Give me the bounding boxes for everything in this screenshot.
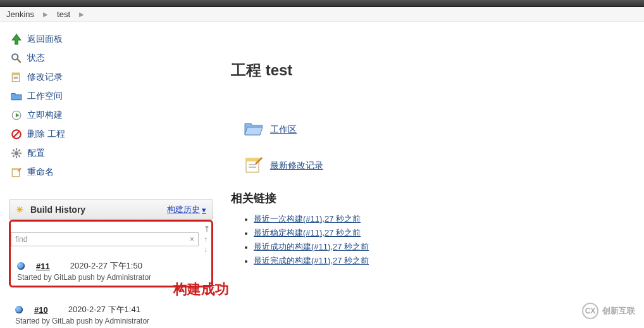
svg-point-9 (15, 151, 19, 156)
svg-rect-19 (12, 168, 19, 170)
sidebar-item-workspace[interactable]: 工作空间 (9, 87, 213, 106)
sidebar-item-label[interactable]: 重命名 (27, 167, 54, 178)
folder-icon (11, 91, 22, 102)
recent-changes-row: 最新修改记录 (244, 155, 644, 177)
sidebar-item-label[interactable]: 工作空间 (27, 91, 63, 102)
trend-icon: ▾ (202, 205, 206, 215)
breadcrumb-root[interactable]: Jenkins (6, 9, 34, 19)
sidebar-item-configure[interactable]: 配置 (9, 144, 213, 163)
sidebar-item-build-now[interactable]: 立即构建 (9, 106, 213, 125)
build-started-by: Started by GitLab push by Administrator (9, 317, 213, 328)
list-item: 最近成功的构建(#11),27 秒之前 (254, 241, 644, 253)
list-item: 最近一次构建(#11),27 秒之前 (254, 213, 644, 225)
highlight-box: find × ⤒ ↑ ↓ #11 2020-2-27 下午1:50 (9, 220, 213, 287)
list-item: 最近完成的构建(#11),27 秒之前 (254, 255, 644, 267)
arrow-down-icon[interactable]: ↓ (204, 245, 210, 254)
build-history-panel: ☀ Build History 构建历史 ▾ find × ⤒ ↑ (9, 199, 213, 328)
chevron-right-icon: ▶ (43, 11, 48, 18)
sidebar-item-label[interactable]: 删除 工程 (27, 129, 65, 140)
recent-changes-link[interactable]: 最新修改记录 (270, 160, 323, 172)
build-time: 2020-2-27 下午1:50 (70, 260, 142, 272)
build-history-header: ☀ Build History 构建历史 ▾ (9, 199, 213, 220)
svg-point-0 (12, 54, 18, 60)
related-links-heading: 相关链接 (231, 191, 644, 206)
clear-icon[interactable]: × (190, 235, 194, 244)
related-link[interactable]: 最近一次构建(#11),27 秒之前 (254, 214, 361, 224)
sidebar-item-status[interactable]: 状态 (9, 49, 213, 68)
list-item: 最近稳定构建(#11),27 秒之前 (254, 227, 644, 239)
build-find-input[interactable]: find × (11, 232, 199, 246)
build-time: 2020-2-27 下午1:41 (68, 304, 140, 315)
arrow-up-icon[interactable]: ↑ (204, 235, 210, 244)
gear-icon (11, 148, 22, 159)
build-trend-link[interactable]: 构建历史 ▾ (167, 204, 206, 215)
arrow-top-icon[interactable]: ⤒ (204, 225, 210, 234)
svg-rect-21 (246, 158, 259, 161)
sidebar: 返回面板 状态 修改记录 工作空间 立即构建 (0, 22, 218, 328)
sidebar-item-label[interactable]: 状态 (27, 53, 45, 64)
status-orb-blue-icon (17, 262, 25, 270)
svg-line-14 (13, 149, 14, 151)
sidebar-item-label[interactable]: 立即构建 (27, 110, 63, 121)
breadcrumb-project[interactable]: test (57, 9, 70, 19)
folder-open-icon (244, 118, 264, 141)
magnifier-icon (11, 53, 22, 64)
breadcrumb: Jenkins ▶ test ▶ (0, 7, 644, 22)
watermark: CX 创新互联 (582, 303, 635, 319)
delete-icon (11, 129, 22, 140)
rename-icon (11, 167, 22, 178)
notepad-icon (11, 72, 22, 83)
svg-line-8 (14, 132, 20, 137)
sidebar-item-rename[interactable]: 重命名 (9, 163, 213, 182)
up-arrow-icon (11, 34, 22, 45)
build-number-link[interactable]: #11 (36, 262, 50, 271)
chevron-right-icon: ▶ (79, 11, 84, 18)
sidebar-item-back[interactable]: 返回面板 (9, 30, 213, 49)
related-links-list: 最近一次构建(#11),27 秒之前 最近稳定构建(#11),27 秒之前 最近… (254, 213, 644, 267)
related-link[interactable]: 最近稳定构建(#11),27 秒之前 (254, 228, 361, 237)
sidebar-item-label[interactable]: 返回面板 (27, 34, 63, 45)
top-bar (0, 0, 644, 7)
workspace-link[interactable]: 工作区 (270, 124, 297, 136)
svg-rect-3 (12, 73, 19, 75)
svg-line-17 (18, 149, 20, 151)
svg-line-1 (17, 59, 21, 63)
notepad-pencil-icon (244, 155, 264, 177)
build-nav-arrows[interactable]: ⤒ ↑ ↓ (202, 224, 211, 255)
build-row[interactable]: #10 2020-2-27 下午1:41 (9, 299, 213, 317)
watermark-icon: CX (582, 303, 598, 319)
build-row[interactable]: #11 2020-2-27 下午1:50 (11, 255, 211, 273)
svg-line-16 (13, 155, 14, 156)
sidebar-item-label[interactable]: 配置 (27, 148, 45, 159)
status-orb-blue-icon (15, 306, 23, 313)
sidebar-item-changes[interactable]: 修改记录 (9, 68, 213, 87)
sidebar-item-delete[interactable]: 删除 工程 (9, 125, 213, 144)
workspace-row: 工作区 (244, 118, 644, 141)
related-link[interactable]: 最近成功的构建(#11),27 秒之前 (254, 242, 369, 251)
annotation-label: 构建成功 (173, 280, 378, 299)
build-history-title: Build History (30, 205, 85, 215)
sidebar-item-label[interactable]: 修改记录 (27, 72, 63, 83)
svg-line-15 (18, 155, 20, 156)
clock-play-icon (11, 110, 22, 121)
sun-icon: ☀ (16, 205, 24, 215)
build-number-link[interactable]: #10 (34, 305, 48, 315)
related-link[interactable]: 最近完成的构建(#11),27 秒之前 (254, 256, 369, 265)
page-title: 工程 test (231, 60, 644, 80)
